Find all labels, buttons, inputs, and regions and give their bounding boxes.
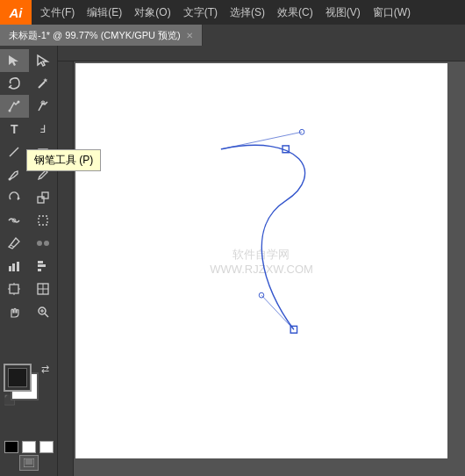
svg-point-42 <box>299 129 304 134</box>
menu-object[interactable]: 对象(O) <box>129 4 175 22</box>
svg-rect-13 <box>38 197 44 203</box>
tool-row-10 <box>0 255 57 278</box>
svg-rect-24 <box>38 269 41 271</box>
ruler-left <box>58 61 74 476</box>
type-icon: T <box>11 122 18 136</box>
slice-tool[interactable] <box>29 278 58 300</box>
tab-close-button[interactable]: ✕ <box>186 31 193 40</box>
rect-tool[interactable] <box>29 141 58 163</box>
svg-line-41 <box>221 132 302 149</box>
svg-marker-0 <box>9 55 18 66</box>
svg-rect-19 <box>9 266 11 271</box>
svg-rect-21 <box>17 262 19 271</box>
pen-alt-tool[interactable] <box>29 95 58 118</box>
menu-window[interactable]: 窗口(W) <box>368 4 416 22</box>
area-type-tool[interactable]: Ⅎ <box>29 118 58 141</box>
select-tool[interactable] <box>0 49 29 72</box>
ai-logo: Ai <box>0 0 32 25</box>
eyedropper-tool[interactable] <box>0 232 29 255</box>
watermark-line1: 软件自学网 <box>210 247 313 263</box>
svg-rect-22 <box>38 261 43 263</box>
magic-wand-tool[interactable] <box>29 72 58 95</box>
canvas[interactable]: 软件自学网 WWW.RJZXW.COM <box>75 63 447 458</box>
menu-effect[interactable]: 效果(C) <box>272 4 318 22</box>
color-section: ⬛ ⇄ <box>4 364 54 406</box>
blend-tool[interactable] <box>29 232 58 255</box>
scale-tool[interactable] <box>29 186 58 209</box>
white-swatch[interactable] <box>22 441 36 453</box>
lasso-tool[interactable] <box>0 72 29 95</box>
column-chart-tool[interactable] <box>0 255 29 278</box>
free-transform-tool[interactable] <box>29 209 58 232</box>
svg-point-5 <box>18 101 20 104</box>
svg-line-8 <box>10 148 18 156</box>
bar-chart-tool[interactable] <box>29 255 58 278</box>
type-tool[interactable]: T <box>0 118 29 141</box>
bottom-tools <box>4 441 54 472</box>
menu-view[interactable]: 视图(V) <box>320 4 366 22</box>
tool-row-1 <box>0 49 57 72</box>
tool-row-3 <box>0 95 57 118</box>
line-tool[interactable] <box>0 141 29 163</box>
svg-rect-38 <box>25 459 32 465</box>
area-type-icon: Ⅎ <box>39 123 46 135</box>
document-tab[interactable]: 未标题-1* @ 99.77% (CMYK/GPU 预览) ✕ <box>0 25 203 46</box>
svg-marker-1 <box>38 55 47 66</box>
hand-tool[interactable] <box>0 300 29 323</box>
none-swatch[interactable] <box>39 441 54 453</box>
svg-rect-40 <box>290 326 297 333</box>
title-bar: Ai 文件(F) 编辑(E) 对象(O) 文字(T) 选择(S) 效果(C) 视… <box>0 0 465 25</box>
rotate-tool[interactable] <box>0 186 29 209</box>
menu-select[interactable]: 选择(S) <box>225 4 270 22</box>
menu-type[interactable]: 文字(T) <box>178 4 223 22</box>
watermark: 软件自学网 WWW.RJZXW.COM <box>210 247 313 276</box>
main-area: T Ⅎ <box>0 46 465 476</box>
swap-colors-icon[interactable]: ⇄ <box>41 364 49 375</box>
canvas-area: 软件自学网 WWW.RJZXW.COM <box>58 46 465 476</box>
foreground-color-inner <box>8 368 27 387</box>
ruler-top <box>58 46 465 61</box>
svg-line-34 <box>45 314 48 317</box>
artboard-tool[interactable] <box>0 278 29 300</box>
svg-rect-9 <box>39 149 47 155</box>
tool-row-12 <box>0 300 57 323</box>
pen-tool[interactable] <box>0 95 29 118</box>
tool-row-8 <box>0 209 57 232</box>
svg-line-3 <box>39 82 45 88</box>
screen-mode-button[interactable] <box>19 455 39 471</box>
svg-rect-25 <box>10 285 18 293</box>
svg-point-17 <box>37 241 42 246</box>
svg-rect-20 <box>12 263 15 271</box>
tool-row-4: T Ⅎ <box>0 118 57 141</box>
fill-stroke-row <box>4 441 54 453</box>
zoom-tool[interactable] <box>29 300 58 323</box>
tool-row-9 <box>0 232 57 255</box>
tool-row-7 <box>0 186 57 209</box>
svg-line-11 <box>39 177 41 178</box>
tab-bar: 未标题-1* @ 99.77% (CMYK/GPU 预览) ✕ <box>0 25 465 46</box>
warp-tool[interactable] <box>0 209 29 232</box>
svg-line-16 <box>11 245 14 247</box>
svg-rect-14 <box>42 192 48 198</box>
menu-edit[interactable]: 编辑(E) <box>82 4 127 22</box>
watermark-line2: WWW.RJZXW.COM <box>210 263 313 276</box>
foreground-color-swatch[interactable] <box>4 364 32 392</box>
menu-file[interactable]: 文件(F) <box>35 4 80 22</box>
pencil-tool[interactable] <box>29 163 58 186</box>
svg-point-44 <box>259 292 264 298</box>
tool-row-5 <box>0 141 57 163</box>
tool-row-6 <box>0 163 57 186</box>
color-boxes: ⬛ ⇄ <box>4 364 49 406</box>
black-swatch[interactable] <box>4 441 18 453</box>
menu-bar: 文件(F) 编辑(E) 对象(O) 文字(T) 选择(S) 效果(C) 视图(V… <box>32 0 465 25</box>
svg-line-43 <box>261 295 294 329</box>
tab-label: 未标题-1* @ 99.77% (CMYK/GPU 预览) <box>9 29 181 42</box>
toolbar: T Ⅎ <box>0 46 58 476</box>
screen-mode-row <box>4 455 54 471</box>
svg-rect-23 <box>38 264 46 267</box>
direct-select-tool[interactable] <box>29 49 58 72</box>
bezier-curve-svg <box>75 63 447 458</box>
brush-tool[interactable] <box>0 163 29 186</box>
svg-point-18 <box>44 241 49 246</box>
svg-point-10 <box>9 178 11 181</box>
